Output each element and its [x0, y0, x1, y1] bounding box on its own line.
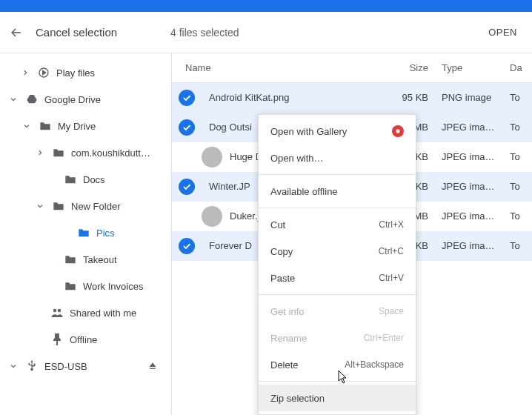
sidebar-item-label: My Drive: [58, 121, 168, 132]
sidebar-item[interactable]: Shared with me: [0, 299, 168, 326]
folder-icon: [64, 279, 77, 293]
sidebar-item[interactable]: Offline: [0, 326, 168, 353]
eject-icon[interactable]: [147, 361, 161, 371]
sidebar-item-label: Pics: [96, 228, 168, 239]
sidebar-item[interactable]: Google Drive: [0, 86, 168, 113]
sidebar-item-label: com.koushikdutt…: [71, 147, 168, 159]
sidebar-item-label: Shared with me: [70, 308, 168, 319]
svg-point-1: [53, 309, 57, 313]
drive-icon: [25, 93, 39, 106]
file-type: JPEG ima…: [436, 151, 510, 162]
menu-item: Get infoSpace: [259, 298, 416, 325]
sidebar-item[interactable]: Takeout: [0, 246, 168, 273]
row-check[interactable]: [172, 119, 202, 136]
file-date: To: [510, 181, 532, 192]
menu-separator: [259, 174, 416, 175]
context-menu: Open with GalleryOpen with…Available off…: [258, 114, 416, 415]
file-type: JPEG ima…: [436, 210, 510, 222]
menu-item-label: Open with…: [270, 153, 324, 164]
sidebar-item[interactable]: Play files: [0, 59, 168, 86]
folder-icon: [64, 253, 77, 266]
svg-point-2: [58, 309, 61, 313]
menu-item-label: Available offline: [270, 186, 338, 197]
file-type: JPEG ima…: [436, 240, 510, 251]
folder-icon: [52, 199, 65, 213]
file-row[interactable]: Android KitKat.png95 KBPNG imageTo: [172, 83, 532, 113]
column-size[interactable]: Size: [384, 62, 436, 73]
menu-item[interactable]: CopyCtrl+C: [259, 238, 416, 265]
sidebar: Play filesGoogle DriveMy Drivecom.koushi…: [0, 53, 172, 415]
menu-shortcut: Ctrl+X: [379, 219, 404, 230]
menu-item-label: Open with Gallery: [270, 126, 347, 137]
window-titlebar: [0, 0, 532, 12]
chevron-icon[interactable]: [7, 362, 19, 370]
file-list-header: Name Size Type Da: [172, 53, 532, 83]
file-type: PNG image: [436, 92, 510, 103]
chevron-icon[interactable]: [7, 96, 19, 103]
menu-shortcut: Ctrl+C: [379, 246, 404, 256]
menu-shortcut: Ctrl+V: [379, 273, 404, 283]
folder-icon: [64, 173, 77, 186]
shared-icon: [50, 306, 64, 319]
column-type[interactable]: Type: [436, 62, 510, 73]
row-check[interactable]: [172, 238, 202, 254]
selection-status: 4 files selected: [170, 27, 488, 39]
menu-item-label: Get info: [270, 306, 305, 317]
menu-item-label: Cut: [270, 219, 285, 230]
play-icon: [37, 66, 50, 79]
pin-icon: [50, 333, 64, 346]
sidebar-item-label: Takeout: [83, 254, 168, 265]
cancel-selection-label[interactable]: Cancel selection: [36, 26, 117, 39]
folder-icon: [52, 146, 65, 159]
folder-icon: [77, 226, 90, 239]
file-date: To: [510, 151, 532, 162]
file-thumb: [202, 147, 222, 167]
open-button[interactable]: OPEN: [488, 27, 523, 38]
sidebar-item-label: Docs: [83, 174, 168, 185]
menu-shortcut: Space: [379, 306, 404, 316]
sidebar-item[interactable]: Pics: [0, 219, 168, 246]
toolbar: Cancel selection 4 files selected OPEN: [0, 12, 532, 53]
chevron-icon[interactable]: [34, 202, 46, 210]
file-type: JPEG ima…: [436, 122, 510, 133]
chevron-icon[interactable]: [21, 122, 33, 130]
menu-separator: [259, 381, 416, 382]
menu-item: RenameCtrl+Enter: [259, 325, 416, 351]
menu-item-label: Delete: [270, 359, 299, 371]
row-check[interactable]: [172, 179, 202, 195]
back-arrow-icon[interactable]: [9, 25, 24, 40]
menu-item[interactable]: Open with Gallery: [259, 118, 416, 145]
file-thumb: [202, 206, 222, 227]
menu-item-label: Zip selection: [270, 393, 325, 404]
checkmark-icon[interactable]: [179, 179, 195, 195]
menu-item[interactable]: DeleteAlt+Backspace: [259, 351, 416, 378]
sidebar-item[interactable]: New Folder: [0, 193, 168, 219]
svg-rect-3: [396, 130, 400, 133]
chevron-icon[interactable]: [19, 69, 31, 76]
chevron-icon[interactable]: [34, 149, 46, 156]
sidebar-item[interactable]: Docs: [0, 166, 168, 193]
menu-item[interactable]: Open with…: [259, 145, 416, 171]
checkmark-icon[interactable]: [179, 90, 195, 106]
menu-item-label: Copy: [270, 246, 293, 257]
sidebar-item[interactable]: Work Invoices: [0, 273, 168, 299]
sidebar-item-label: Work Invoices: [83, 281, 168, 292]
menu-item[interactable]: CutCtrl+X: [259, 211, 416, 238]
menu-item[interactable]: Zip selection: [259, 385, 416, 411]
sidebar-item[interactable]: ESD-USB: [0, 353, 168, 379]
sidebar-item-label: Google Drive: [44, 94, 168, 105]
row-check[interactable]: [172, 90, 202, 106]
sidebar-item[interactable]: com.koushikdutt…: [0, 139, 168, 166]
file-date: To: [510, 92, 532, 103]
checkmark-icon[interactable]: [179, 238, 195, 254]
file-date: To: [510, 210, 532, 222]
column-date[interactable]: Da: [510, 62, 532, 73]
file-date: To: [510, 122, 532, 133]
sidebar-item[interactable]: My Drive: [0, 113, 168, 139]
app-badge-icon: [392, 125, 404, 137]
column-name[interactable]: Name: [172, 62, 384, 73]
menu-item[interactable]: PasteCtrl+V: [259, 265, 416, 291]
sidebar-item-label: ESD-USB: [44, 361, 142, 372]
menu-item[interactable]: Available offline: [259, 178, 416, 205]
checkmark-icon[interactable]: [179, 119, 195, 136]
